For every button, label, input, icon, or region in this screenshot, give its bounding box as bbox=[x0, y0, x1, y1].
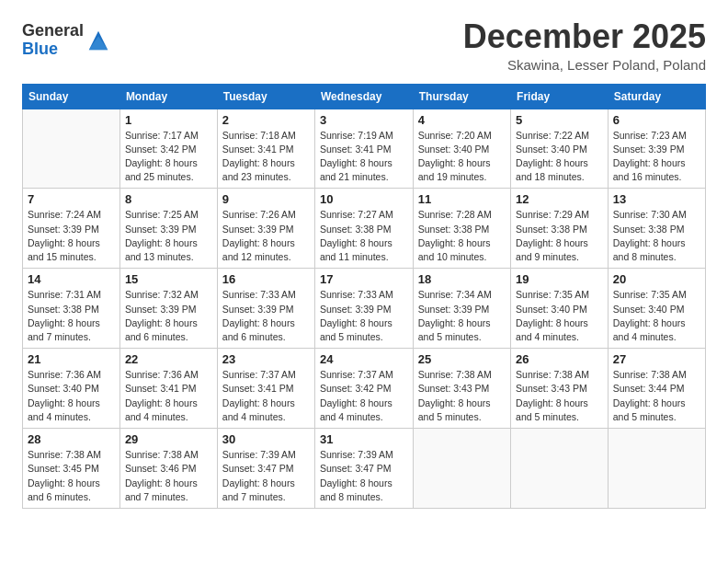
calendar-cell: 21Sunrise: 7:36 AMSunset: 3:40 PMDayligh… bbox=[23, 349, 120, 429]
calendar-cell: 23Sunrise: 7:37 AMSunset: 3:41 PMDayligh… bbox=[217, 349, 314, 429]
calendar-cell: 8Sunrise: 7:25 AMSunset: 3:39 PMDaylight… bbox=[119, 189, 217, 269]
calendar-cell: 31Sunrise: 7:39 AMSunset: 3:47 PMDayligh… bbox=[314, 429, 413, 509]
calendar-cell: 3Sunrise: 7:19 AMSunset: 3:41 PMDaylight… bbox=[314, 109, 413, 189]
svg-marker-1 bbox=[89, 36, 108, 50]
calendar-week-row: 1Sunrise: 7:17 AMSunset: 3:42 PMDaylight… bbox=[23, 109, 706, 189]
day-info: Sunrise: 7:35 AMSunset: 3:40 PMDaylight:… bbox=[516, 288, 603, 344]
day-info: Sunrise: 7:30 AMSunset: 3:38 PMDaylight:… bbox=[613, 208, 700, 264]
logo-blue: Blue bbox=[22, 40, 84, 59]
calendar-cell bbox=[413, 429, 510, 509]
calendar-cell bbox=[608, 429, 705, 509]
day-info: Sunrise: 7:38 AMSunset: 3:43 PMDaylight:… bbox=[418, 368, 506, 424]
day-info: Sunrise: 7:29 AMSunset: 3:38 PMDaylight:… bbox=[516, 208, 603, 264]
calendar-cell: 10Sunrise: 7:27 AMSunset: 3:38 PMDayligh… bbox=[314, 189, 413, 269]
calendar-header-monday: Monday bbox=[119, 84, 217, 109]
day-number: 18 bbox=[418, 272, 506, 286]
day-number: 5 bbox=[516, 113, 603, 127]
calendar-cell: 25Sunrise: 7:38 AMSunset: 3:43 PMDayligh… bbox=[413, 349, 510, 429]
day-number: 29 bbox=[125, 432, 212, 446]
day-number: 12 bbox=[516, 192, 603, 206]
calendar-cell: 18Sunrise: 7:34 AMSunset: 3:39 PMDayligh… bbox=[413, 269, 510, 349]
calendar-cell: 12Sunrise: 7:29 AMSunset: 3:38 PMDayligh… bbox=[511, 189, 609, 269]
calendar-cell: 30Sunrise: 7:39 AMSunset: 3:47 PMDayligh… bbox=[217, 429, 314, 509]
calendar-cell: 2Sunrise: 7:18 AMSunset: 3:41 PMDaylight… bbox=[217, 109, 314, 189]
calendar-cell: 14Sunrise: 7:31 AMSunset: 3:38 PMDayligh… bbox=[23, 269, 120, 349]
calendar-cell: 1Sunrise: 7:17 AMSunset: 3:42 PMDaylight… bbox=[119, 109, 217, 189]
day-number: 21 bbox=[28, 352, 115, 366]
calendar-cell: 7Sunrise: 7:24 AMSunset: 3:39 PMDaylight… bbox=[23, 189, 120, 269]
calendar-cell: 4Sunrise: 7:20 AMSunset: 3:40 PMDaylight… bbox=[413, 109, 510, 189]
day-number: 25 bbox=[418, 352, 506, 366]
day-info: Sunrise: 7:35 AMSunset: 3:40 PMDaylight:… bbox=[613, 288, 700, 344]
day-info: Sunrise: 7:31 AMSunset: 3:38 PMDaylight:… bbox=[28, 288, 115, 344]
day-info: Sunrise: 7:37 AMSunset: 3:41 PMDaylight:… bbox=[222, 368, 310, 424]
day-info: Sunrise: 7:33 AMSunset: 3:39 PMDaylight:… bbox=[320, 288, 408, 344]
day-info: Sunrise: 7:36 AMSunset: 3:41 PMDaylight:… bbox=[125, 368, 212, 424]
calendar-week-row: 7Sunrise: 7:24 AMSunset: 3:39 PMDaylight… bbox=[23, 189, 706, 269]
day-number: 8 bbox=[125, 192, 212, 206]
day-number: 3 bbox=[320, 113, 408, 127]
page-header: General Blue December 2025 Skawina, Less… bbox=[22, 18, 706, 73]
calendar-header-row: SundayMondayTuesdayWednesdayThursdayFrid… bbox=[23, 84, 706, 109]
day-info: Sunrise: 7:34 AMSunset: 3:39 PMDaylight:… bbox=[418, 288, 506, 344]
day-info: Sunrise: 7:38 AMSunset: 3:43 PMDaylight:… bbox=[516, 368, 603, 424]
calendar-cell: 29Sunrise: 7:38 AMSunset: 3:46 PMDayligh… bbox=[119, 429, 217, 509]
day-info: Sunrise: 7:38 AMSunset: 3:44 PMDaylight:… bbox=[613, 368, 700, 424]
day-info: Sunrise: 7:22 AMSunset: 3:40 PMDaylight:… bbox=[516, 129, 603, 185]
calendar-cell: 27Sunrise: 7:38 AMSunset: 3:44 PMDayligh… bbox=[608, 349, 705, 429]
day-info: Sunrise: 7:38 AMSunset: 3:46 PMDaylight:… bbox=[125, 448, 212, 504]
calendar-cell: 16Sunrise: 7:33 AMSunset: 3:39 PMDayligh… bbox=[217, 269, 314, 349]
day-number: 31 bbox=[320, 432, 408, 446]
day-number: 15 bbox=[125, 272, 212, 286]
calendar-week-row: 14Sunrise: 7:31 AMSunset: 3:38 PMDayligh… bbox=[23, 269, 706, 349]
day-info: Sunrise: 7:37 AMSunset: 3:42 PMDaylight:… bbox=[320, 368, 408, 424]
day-info: Sunrise: 7:33 AMSunset: 3:39 PMDaylight:… bbox=[222, 288, 310, 344]
calendar-cell: 15Sunrise: 7:32 AMSunset: 3:39 PMDayligh… bbox=[119, 269, 217, 349]
day-number: 20 bbox=[613, 272, 700, 286]
calendar-header-saturday: Saturday bbox=[608, 84, 705, 109]
day-number: 7 bbox=[28, 192, 115, 206]
day-number: 9 bbox=[222, 192, 310, 206]
logo-icon bbox=[85, 28, 111, 53]
day-number: 19 bbox=[516, 272, 603, 286]
calendar-cell: 9Sunrise: 7:26 AMSunset: 3:39 PMDaylight… bbox=[217, 189, 314, 269]
day-info: Sunrise: 7:26 AMSunset: 3:39 PMDaylight:… bbox=[222, 208, 310, 264]
day-info: Sunrise: 7:36 AMSunset: 3:40 PMDaylight:… bbox=[28, 368, 115, 424]
calendar-header-sunday: Sunday bbox=[23, 84, 120, 109]
day-info: Sunrise: 7:24 AMSunset: 3:39 PMDaylight:… bbox=[28, 208, 115, 264]
calendar-cell bbox=[511, 429, 609, 509]
calendar-cell: 13Sunrise: 7:30 AMSunset: 3:38 PMDayligh… bbox=[608, 189, 705, 269]
calendar-header-wednesday: Wednesday bbox=[314, 84, 413, 109]
day-info: Sunrise: 7:19 AMSunset: 3:41 PMDaylight:… bbox=[320, 129, 408, 185]
calendar-cell: 5Sunrise: 7:22 AMSunset: 3:40 PMDaylight… bbox=[511, 109, 609, 189]
day-info: Sunrise: 7:18 AMSunset: 3:41 PMDaylight:… bbox=[222, 129, 310, 185]
day-info: Sunrise: 7:25 AMSunset: 3:39 PMDaylight:… bbox=[125, 208, 212, 264]
day-info: Sunrise: 7:28 AMSunset: 3:38 PMDaylight:… bbox=[418, 208, 506, 264]
calendar-header-tuesday: Tuesday bbox=[217, 84, 314, 109]
logo-general: General bbox=[22, 22, 84, 40]
day-number: 14 bbox=[28, 272, 115, 286]
calendar-cell: 24Sunrise: 7:37 AMSunset: 3:42 PMDayligh… bbox=[314, 349, 413, 429]
day-info: Sunrise: 7:39 AMSunset: 3:47 PMDaylight:… bbox=[222, 448, 310, 504]
calendar-cell: 19Sunrise: 7:35 AMSunset: 3:40 PMDayligh… bbox=[511, 269, 609, 349]
calendar-cell: 26Sunrise: 7:38 AMSunset: 3:43 PMDayligh… bbox=[511, 349, 609, 429]
calendar-cell bbox=[23, 109, 120, 189]
day-info: Sunrise: 7:17 AMSunset: 3:42 PMDaylight:… bbox=[125, 129, 212, 185]
day-info: Sunrise: 7:27 AMSunset: 3:38 PMDaylight:… bbox=[320, 208, 408, 264]
day-number: 10 bbox=[320, 192, 408, 206]
logo: General Blue bbox=[22, 22, 111, 59]
day-number: 30 bbox=[222, 432, 310, 446]
day-number: 28 bbox=[28, 432, 115, 446]
day-number: 23 bbox=[222, 352, 310, 366]
calendar-week-row: 21Sunrise: 7:36 AMSunset: 3:40 PMDayligh… bbox=[23, 349, 706, 429]
calendar-cell: 11Sunrise: 7:28 AMSunset: 3:38 PMDayligh… bbox=[413, 189, 510, 269]
calendar-cell: 20Sunrise: 7:35 AMSunset: 3:40 PMDayligh… bbox=[608, 269, 705, 349]
day-number: 2 bbox=[222, 113, 310, 127]
day-number: 13 bbox=[613, 192, 700, 206]
month-title: December 2025 bbox=[463, 18, 706, 55]
title-block: December 2025 Skawina, Lesser Poland, Po… bbox=[463, 18, 706, 73]
calendar-cell: 17Sunrise: 7:33 AMSunset: 3:39 PMDayligh… bbox=[314, 269, 413, 349]
calendar-cell: 28Sunrise: 7:38 AMSunset: 3:45 PMDayligh… bbox=[23, 429, 120, 509]
day-number: 16 bbox=[222, 272, 310, 286]
day-number: 17 bbox=[320, 272, 408, 286]
